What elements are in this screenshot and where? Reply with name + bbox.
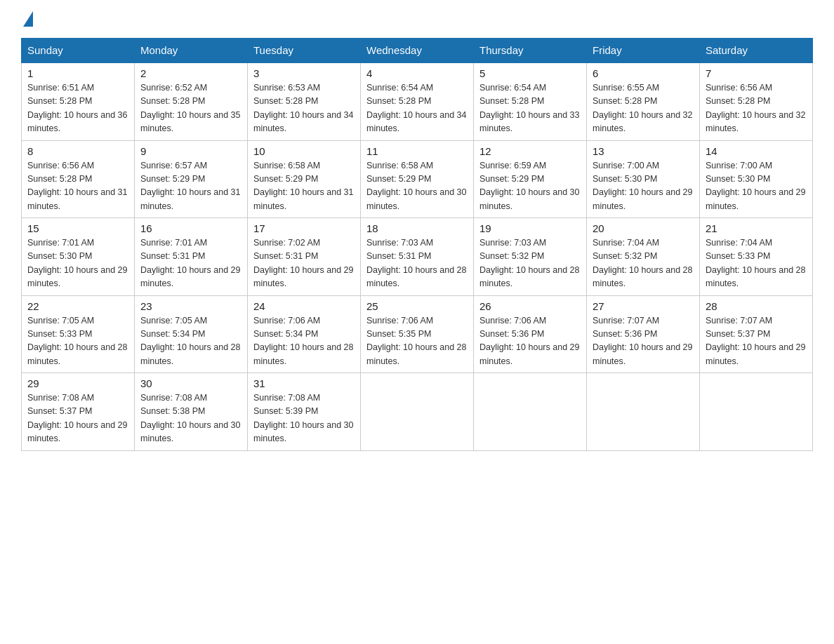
calendar-cell: 14 Sunrise: 7:00 AMSunset: 5:30 PMDaylig… xyxy=(700,140,813,218)
day-number: 7 xyxy=(706,67,807,79)
header-wednesday: Wednesday xyxy=(361,39,474,63)
day-number: 17 xyxy=(253,222,355,234)
calendar-cell: 31 Sunrise: 7:08 AMSunset: 5:39 PMDaylig… xyxy=(248,373,361,451)
day-number: 11 xyxy=(366,145,468,157)
day-info: Sunrise: 7:07 AMSunset: 5:37 PMDaylight:… xyxy=(706,314,807,369)
day-info: Sunrise: 7:06 AMSunset: 5:36 PMDaylight:… xyxy=(479,314,581,369)
calendar-week-row: 8 Sunrise: 6:56 AMSunset: 5:28 PMDayligh… xyxy=(22,140,813,218)
header-tuesday: Tuesday xyxy=(248,39,361,63)
day-info: Sunrise: 6:51 AMSunset: 5:28 PMDaylight:… xyxy=(27,81,128,136)
calendar-cell: 7 Sunrise: 6:56 AMSunset: 5:28 PMDayligh… xyxy=(700,62,813,140)
day-number: 10 xyxy=(253,145,355,157)
calendar-cell: 6 Sunrise: 6:55 AMSunset: 5:28 PMDayligh… xyxy=(587,62,700,140)
calendar-table: SundayMondayTuesdayWednesdayThursdayFrid… xyxy=(21,38,813,451)
calendar-cell: 16 Sunrise: 7:01 AMSunset: 5:31 PMDaylig… xyxy=(135,218,248,296)
calendar-cell: 3 Sunrise: 6:53 AMSunset: 5:28 PMDayligh… xyxy=(248,62,361,140)
day-info: Sunrise: 7:08 AMSunset: 5:37 PMDaylight:… xyxy=(27,391,128,446)
day-number: 8 xyxy=(27,145,128,157)
calendar-cell xyxy=(474,373,587,451)
day-number: 1 xyxy=(27,67,128,79)
calendar-cell: 4 Sunrise: 6:54 AMSunset: 5:28 PMDayligh… xyxy=(361,62,474,140)
day-number: 30 xyxy=(140,377,241,389)
day-number: 25 xyxy=(366,300,468,312)
calendar-cell: 27 Sunrise: 7:07 AMSunset: 5:36 PMDaylig… xyxy=(587,295,700,373)
calendar-cell: 17 Sunrise: 7:02 AMSunset: 5:31 PMDaylig… xyxy=(248,218,361,296)
header-friday: Friday xyxy=(587,39,700,63)
day-number: 28 xyxy=(706,300,807,312)
calendar-cell xyxy=(361,373,474,451)
calendar-cell xyxy=(700,373,813,451)
day-info: Sunrise: 7:04 AMSunset: 5:32 PMDaylight:… xyxy=(593,236,694,291)
day-info: Sunrise: 7:03 AMSunset: 5:32 PMDaylight:… xyxy=(479,236,581,291)
day-number: 16 xyxy=(140,222,241,234)
calendar-cell: 9 Sunrise: 6:57 AMSunset: 5:29 PMDayligh… xyxy=(135,140,248,218)
header-monday: Monday xyxy=(135,39,248,63)
calendar-cell: 11 Sunrise: 6:58 AMSunset: 5:29 PMDaylig… xyxy=(361,140,474,218)
day-info: Sunrise: 6:53 AMSunset: 5:28 PMDaylight:… xyxy=(253,81,355,136)
day-number: 4 xyxy=(366,67,468,79)
day-number: 6 xyxy=(593,67,694,79)
calendar-cell: 18 Sunrise: 7:03 AMSunset: 5:31 PMDaylig… xyxy=(361,218,474,296)
day-info: Sunrise: 7:02 AMSunset: 5:31 PMDaylight:… xyxy=(253,236,355,291)
day-info: Sunrise: 7:05 AMSunset: 5:33 PMDaylight:… xyxy=(27,314,128,369)
day-number: 22 xyxy=(27,300,128,312)
day-info: Sunrise: 7:04 AMSunset: 5:33 PMDaylight:… xyxy=(706,236,807,291)
day-info: Sunrise: 6:56 AMSunset: 5:28 PMDaylight:… xyxy=(27,159,128,214)
calendar-cell: 21 Sunrise: 7:04 AMSunset: 5:33 PMDaylig… xyxy=(700,218,813,296)
logo xyxy=(21,14,33,25)
calendar-cell: 12 Sunrise: 6:59 AMSunset: 5:29 PMDaylig… xyxy=(474,140,587,218)
day-info: Sunrise: 6:54 AMSunset: 5:28 PMDaylight:… xyxy=(479,81,581,136)
day-number: 24 xyxy=(253,300,355,312)
calendar-cell: 23 Sunrise: 7:05 AMSunset: 5:34 PMDaylig… xyxy=(135,295,248,373)
calendar-week-row: 1 Sunrise: 6:51 AMSunset: 5:28 PMDayligh… xyxy=(22,62,813,140)
day-info: Sunrise: 6:58 AMSunset: 5:29 PMDaylight:… xyxy=(253,159,355,214)
day-number: 20 xyxy=(593,222,694,234)
header-sunday: Sunday xyxy=(22,39,135,63)
day-info: Sunrise: 7:06 AMSunset: 5:34 PMDaylight:… xyxy=(253,314,355,369)
calendar-cell: 10 Sunrise: 6:58 AMSunset: 5:29 PMDaylig… xyxy=(248,140,361,218)
calendar-cell: 15 Sunrise: 7:01 AMSunset: 5:30 PMDaylig… xyxy=(22,218,135,296)
day-info: Sunrise: 6:56 AMSunset: 5:28 PMDaylight:… xyxy=(706,81,807,136)
calendar-cell: 1 Sunrise: 6:51 AMSunset: 5:28 PMDayligh… xyxy=(22,62,135,140)
calendar-cell: 30 Sunrise: 7:08 AMSunset: 5:38 PMDaylig… xyxy=(135,373,248,451)
calendar-cell: 29 Sunrise: 7:08 AMSunset: 5:37 PMDaylig… xyxy=(22,373,135,451)
day-number: 21 xyxy=(706,222,807,234)
day-number: 2 xyxy=(140,67,241,79)
calendar-cell: 5 Sunrise: 6:54 AMSunset: 5:28 PMDayligh… xyxy=(474,62,587,140)
calendar-week-row: 22 Sunrise: 7:05 AMSunset: 5:33 PMDaylig… xyxy=(22,295,813,373)
calendar-cell: 26 Sunrise: 7:06 AMSunset: 5:36 PMDaylig… xyxy=(474,295,587,373)
day-info: Sunrise: 6:54 AMSunset: 5:28 PMDaylight:… xyxy=(366,81,468,136)
day-info: Sunrise: 7:01 AMSunset: 5:30 PMDaylight:… xyxy=(27,236,128,291)
calendar-cell: 2 Sunrise: 6:52 AMSunset: 5:28 PMDayligh… xyxy=(135,62,248,140)
day-info: Sunrise: 6:59 AMSunset: 5:29 PMDaylight:… xyxy=(479,159,581,214)
day-info: Sunrise: 6:57 AMSunset: 5:29 PMDaylight:… xyxy=(140,159,241,214)
day-info: Sunrise: 7:08 AMSunset: 5:39 PMDaylight:… xyxy=(253,391,355,446)
day-number: 13 xyxy=(593,145,694,157)
calendar-cell: 25 Sunrise: 7:06 AMSunset: 5:35 PMDaylig… xyxy=(361,295,474,373)
day-number: 29 xyxy=(27,377,128,389)
day-number: 3 xyxy=(253,67,355,79)
day-info: Sunrise: 6:52 AMSunset: 5:28 PMDaylight:… xyxy=(140,81,241,136)
day-info: Sunrise: 6:55 AMSunset: 5:28 PMDaylight:… xyxy=(593,81,694,136)
day-info: Sunrise: 7:03 AMSunset: 5:31 PMDaylight:… xyxy=(366,236,468,291)
calendar-cell: 8 Sunrise: 6:56 AMSunset: 5:28 PMDayligh… xyxy=(22,140,135,218)
day-info: Sunrise: 7:00 AMSunset: 5:30 PMDaylight:… xyxy=(706,159,807,214)
day-number: 14 xyxy=(706,145,807,157)
calendar-cell: 28 Sunrise: 7:07 AMSunset: 5:37 PMDaylig… xyxy=(700,295,813,373)
day-info: Sunrise: 6:58 AMSunset: 5:29 PMDaylight:… xyxy=(366,159,468,214)
day-info: Sunrise: 7:00 AMSunset: 5:30 PMDaylight:… xyxy=(593,159,694,214)
day-number: 15 xyxy=(27,222,128,234)
logo-triangle-icon xyxy=(23,11,33,27)
calendar-cell: 20 Sunrise: 7:04 AMSunset: 5:32 PMDaylig… xyxy=(587,218,700,296)
day-number: 18 xyxy=(366,222,468,234)
day-number: 31 xyxy=(253,377,355,389)
day-number: 26 xyxy=(479,300,581,312)
day-number: 23 xyxy=(140,300,241,312)
day-info: Sunrise: 7:07 AMSunset: 5:36 PMDaylight:… xyxy=(593,314,694,369)
calendar-header-row: SundayMondayTuesdayWednesdayThursdayFrid… xyxy=(22,39,813,63)
calendar-cell: 22 Sunrise: 7:05 AMSunset: 5:33 PMDaylig… xyxy=(22,295,135,373)
header-saturday: Saturday xyxy=(700,39,813,63)
day-number: 9 xyxy=(140,145,241,157)
calendar-week-row: 15 Sunrise: 7:01 AMSunset: 5:30 PMDaylig… xyxy=(22,218,813,296)
header-thursday: Thursday xyxy=(474,39,587,63)
